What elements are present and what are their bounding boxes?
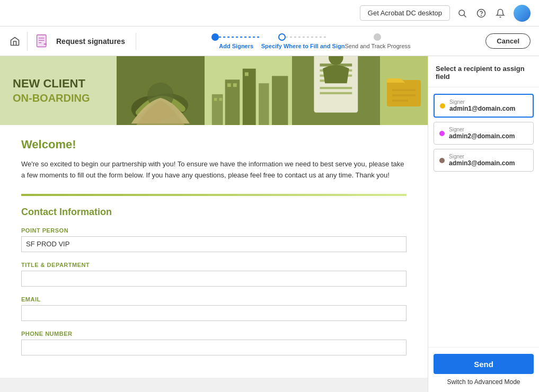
section-divider bbox=[21, 194, 407, 196]
svg-rect-33 bbox=[320, 92, 352, 94]
banner-title-line2: ON-BOARDING bbox=[13, 92, 104, 104]
banner-handshake bbox=[117, 56, 205, 125]
signer-dot-1 bbox=[440, 103, 445, 109]
field-group-point-person: POINT PERSON bbox=[21, 227, 407, 252]
request-signatures-icon bbox=[34, 33, 51, 50]
topbar: Get Acrobat DC desktop bbox=[0, 0, 539, 26]
step2-label: Specify Where to Fill and Sign bbox=[261, 43, 345, 49]
field-group-phone: PHONE NUMBER bbox=[21, 331, 407, 355]
banner-city bbox=[205, 56, 293, 125]
navbar: Request signatures Add Signers Specify W… bbox=[0, 26, 539, 56]
signer-info-1: Signer admin1@domain.com bbox=[449, 99, 515, 112]
send-button[interactable]: Send bbox=[434, 354, 534, 374]
signer-item-3[interactable]: Signer admin3@domain.com bbox=[434, 149, 534, 172]
field-label-title-dept: TITLE & DEPARTMENT bbox=[21, 262, 407, 268]
field-group-email: EMAIL bbox=[21, 296, 407, 321]
signer-info-2: Signer admin2@domain.com bbox=[449, 127, 515, 140]
svg-rect-19 bbox=[214, 98, 217, 101]
request-signatures-label: Request signatures bbox=[56, 37, 125, 46]
bell-icon[interactable] bbox=[494, 7, 506, 19]
welcome-heading: Welcome! bbox=[21, 138, 407, 152]
svg-rect-4 bbox=[37, 34, 47, 47]
main-layout: NEW CLIENT ON-BOARDING bbox=[0, 56, 539, 392]
signer-role-3: Signer bbox=[449, 154, 515, 159]
signer-info-3: Signer admin3@domain.com bbox=[449, 154, 515, 167]
signer-email-2: admin2@domain.com bbox=[449, 132, 515, 140]
signer-email-1: admin1@domain.com bbox=[449, 105, 515, 112]
avatar[interactable] bbox=[514, 5, 531, 22]
svg-rect-18 bbox=[272, 76, 288, 125]
banner-text: NEW CLIENT ON-BOARDING bbox=[0, 56, 117, 125]
step-specify: Specify Where to Fill and Sign bbox=[261, 33, 345, 49]
svg-rect-35 bbox=[387, 80, 421, 106]
request-signatures-section: Request signatures bbox=[34, 33, 136, 50]
field-input-email[interactable] bbox=[21, 305, 407, 321]
signer-dot-3 bbox=[439, 158, 445, 163]
svg-rect-21 bbox=[227, 83, 231, 87]
field-label-point-person: POINT PERSON bbox=[21, 227, 407, 234]
svg-point-0 bbox=[459, 10, 465, 16]
welcome-body: We're so excited to begin our partnershi… bbox=[21, 159, 407, 181]
svg-rect-38 bbox=[392, 100, 408, 102]
signer-dot-2 bbox=[439, 131, 445, 136]
topbar-icons bbox=[456, 5, 531, 22]
step3-label: Send and Track Progress bbox=[344, 43, 410, 49]
field-input-point-person[interactable] bbox=[21, 236, 407, 252]
svg-rect-32 bbox=[320, 87, 352, 89]
svg-rect-15 bbox=[225, 79, 240, 125]
document-area[interactable]: NEW CLIENT ON-BOARDING bbox=[0, 56, 428, 392]
signer-role-2: Signer bbox=[449, 127, 515, 132]
panel-bottom: Send Switch to Advanced Mode bbox=[428, 347, 539, 392]
svg-rect-17 bbox=[259, 83, 269, 125]
field-label-phone: PHONE NUMBER bbox=[21, 331, 407, 337]
document-body: Welcome! We're so excited to begin our p… bbox=[0, 125, 428, 378]
step-add-signers: Add Signers bbox=[211, 33, 261, 49]
step2-dot bbox=[278, 33, 286, 41]
field-input-phone[interactable] bbox=[21, 340, 407, 355]
field-label-email: EMAIL bbox=[21, 296, 407, 302]
progress-steps: Add Signers Specify Where to Fill and Si… bbox=[136, 33, 485, 49]
advanced-mode-link[interactable]: Switch to Advanced Mode bbox=[434, 378, 534, 386]
signers-list: Signer admin1@domain.com Signer admin2@d… bbox=[428, 87, 539, 347]
cancel-button[interactable]: Cancel bbox=[485, 33, 531, 49]
field-group-title-dept: TITLE & DEPARTMENT bbox=[21, 262, 407, 287]
step-send: Send and Track Progress bbox=[344, 33, 410, 49]
signer-role-1: Signer bbox=[449, 99, 515, 105]
svg-rect-37 bbox=[392, 94, 416, 96]
banner-images bbox=[117, 56, 428, 125]
signer-email-3: admin3@domain.com bbox=[449, 159, 515, 167]
step3-dot bbox=[374, 33, 381, 41]
step2-line bbox=[286, 37, 328, 38]
banner-folder bbox=[380, 56, 428, 125]
contact-section-title: Contact Information bbox=[21, 207, 407, 218]
svg-point-3 bbox=[481, 15, 482, 15]
svg-rect-22 bbox=[233, 83, 237, 87]
signer-item-1[interactable]: Signer admin1@domain.com bbox=[434, 94, 534, 118]
svg-rect-36 bbox=[392, 89, 416, 91]
home-button[interactable] bbox=[8, 32, 28, 51]
acrobat-desktop-button[interactable]: Get Acrobat DC desktop bbox=[360, 5, 450, 21]
signer-item-2[interactable]: Signer admin2@domain.com bbox=[434, 122, 534, 145]
field-input-title-dept[interactable] bbox=[21, 271, 407, 287]
help-icon[interactable] bbox=[475, 7, 487, 19]
step1-line bbox=[219, 37, 261, 38]
step1-dot bbox=[211, 33, 219, 41]
banner-title-line1: NEW CLIENT bbox=[13, 77, 104, 91]
banner-document bbox=[292, 56, 380, 125]
document-banner: NEW CLIENT ON-BOARDING bbox=[0, 56, 428, 125]
svg-rect-23 bbox=[245, 72, 249, 76]
document-content: NEW CLIENT ON-BOARDING bbox=[0, 56, 428, 378]
search-icon[interactable] bbox=[456, 7, 468, 19]
svg-rect-20 bbox=[219, 98, 222, 101]
svg-line-1 bbox=[464, 15, 466, 17]
step1-label: Add Signers bbox=[219, 43, 253, 49]
right-panel: Select a recipient to assign field Signe… bbox=[428, 56, 539, 392]
svg-rect-16 bbox=[242, 69, 255, 125]
right-panel-title: Select a recipient to assign field bbox=[428, 56, 539, 87]
